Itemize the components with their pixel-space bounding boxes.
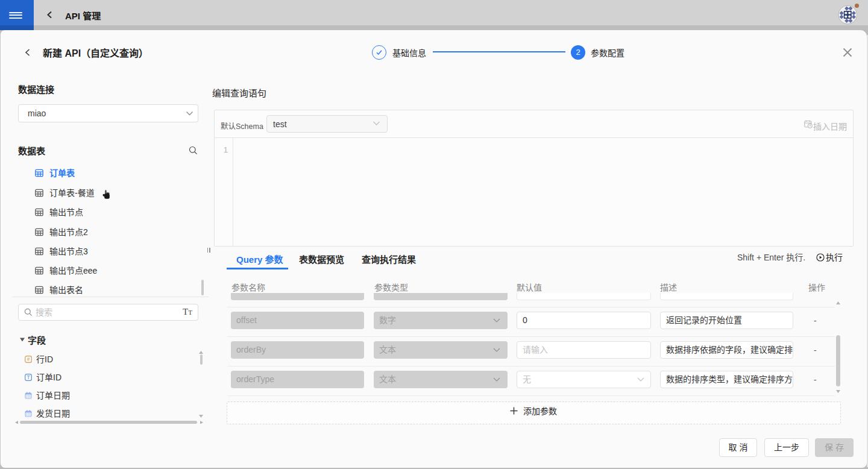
svg-text:T: T (27, 374, 30, 380)
svg-text:#: # (27, 356, 30, 362)
